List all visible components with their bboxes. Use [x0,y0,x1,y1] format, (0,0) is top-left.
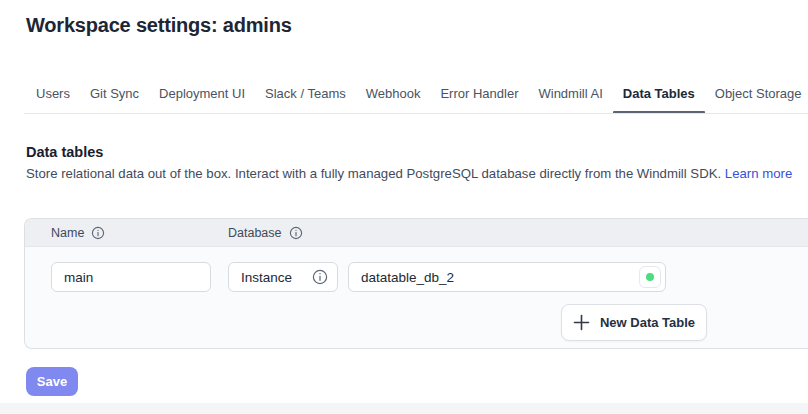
connection-status-badge[interactable] [639,266,661,288]
column-header-name-label: Name [51,226,84,240]
section-description-text: Store relational data out of the box. In… [26,166,721,181]
new-data-table-button[interactable]: New Data Table [561,304,707,341]
database-kind-value: Instance [241,270,292,285]
settings-tabbar: Users Git Sync Deployment UI Slack / Tea… [24,77,808,114]
section-description: Store relational data out of the box. In… [26,166,792,181]
new-data-table-label: New Data Table [600,315,695,330]
tab-webhook[interactable]: Webhook [356,77,431,113]
save-button[interactable]: Save [26,367,78,396]
tab-data-tables[interactable]: Data Tables [613,77,705,113]
column-header-database: Database [228,219,303,247]
learn-more-link[interactable]: Learn more [725,166,792,181]
tab-git-sync[interactable]: Git Sync [80,77,149,113]
tab-object-storage[interactable]: Object Storage [705,77,808,113]
database-kind-select[interactable]: Instance [228,262,338,292]
info-icon[interactable] [312,269,328,285]
page-title: Workspace settings: admins [26,14,292,37]
tab-error-handler[interactable]: Error Handler [430,77,528,113]
tab-slack-teams[interactable]: Slack / Teams [255,77,356,113]
database-name-field [348,262,666,292]
table-header-row: Name Database [25,219,808,247]
database-name-input[interactable] [348,262,666,292]
tab-deployment-ui[interactable]: Deployment UI [149,77,255,113]
tab-windmill-ai[interactable]: Windmill AI [528,77,612,113]
workspace-settings-page: Workspace settings: admins Users Git Syn… [0,0,808,414]
data-tables-card: Name Database [24,218,808,349]
status-dot-icon [646,273,654,281]
column-header-database-label: Database [228,226,282,240]
section-heading: Data tables [26,144,103,160]
info-icon[interactable] [289,226,303,240]
tab-users[interactable]: Users [26,77,80,113]
plus-icon [573,314,590,331]
page-bottom-strip [0,403,808,414]
table-body: Instance [25,247,808,349]
column-header-name: Name [51,219,105,247]
table-name-input[interactable] [51,262,211,292]
info-icon[interactable] [91,226,105,240]
